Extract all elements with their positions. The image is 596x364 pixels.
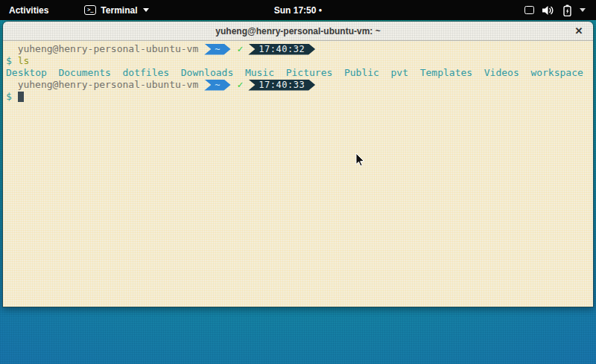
terminal-window: yuheng@henry-personal-ubuntu-vm: ~ ✕ yuh… — [2, 21, 594, 307]
activities-label: Activities — [9, 5, 48, 16]
app-menu-terminal[interactable]: >_ Terminal — [80, 0, 153, 20]
clock-button[interactable]: Sun 17:50 ● — [274, 5, 323, 16]
cwd-segment: ~ — [204, 80, 230, 91]
status-check-icon: ✓ — [238, 43, 244, 55]
chevron-down-icon — [143, 8, 149, 12]
mouse-cursor — [355, 153, 366, 167]
prompt-line-2: yuheng@henry-personal-ubuntu-vm ~ ✓ 17:4… — [6, 79, 590, 91]
prompt-user: yuheng@henry-personal-ubuntu-vm — [18, 79, 199, 91]
directory-item: workspace — [530, 67, 583, 79]
directory-item: Pictures — [286, 67, 333, 79]
window-titlebar[interactable]: yuheng@henry-personal-ubuntu-vm: ~ ✕ — [3, 22, 593, 41]
directory-item: Public — [344, 67, 379, 79]
time-label: 17:40:32 — [259, 43, 305, 55]
directory-item: Music — [245, 67, 274, 79]
prompt-symbol: $ — [6, 91, 12, 103]
top-bar: Activities >_ Terminal Sun 17:50 ● — [0, 0, 596, 20]
cwd-label: ~ — [215, 43, 220, 55]
directory-item: pvt — [391, 67, 408, 79]
directory-item: Templates — [420, 67, 472, 79]
terminal-icon: >_ — [84, 5, 96, 15]
directory-item: Videos — [484, 67, 519, 79]
terminal-cursor — [18, 92, 24, 102]
time-segment: 17:40:32 — [248, 44, 315, 55]
window-title: yuheng@henry-personal-ubuntu-vm: ~ — [215, 26, 380, 36]
prompt-line-1: yuheng@henry-personal-ubuntu-vm ~ ✓ 17:4… — [6, 43, 590, 55]
directory-item: Downloads — [181, 67, 233, 79]
status-check-icon: ✓ — [238, 79, 244, 91]
directory-item: Documents — [58, 67, 110, 79]
activities-button[interactable]: Activities — [0, 0, 57, 20]
prompt-user: yuheng@henry-personal-ubuntu-vm — [18, 43, 199, 55]
notification-dot: ● — [318, 7, 322, 13]
cwd-segment: ~ — [204, 44, 230, 55]
directory-item: Desktop — [6, 67, 47, 79]
close-button[interactable]: ✕ — [572, 25, 586, 38]
input-line: $ — [6, 91, 590, 103]
command-text: ls — [18, 55, 30, 67]
time-label: 17:40:33 — [259, 79, 305, 91]
chevron-down-icon — [580, 8, 586, 12]
prompt-symbol: $ — [6, 55, 12, 67]
system-status-area[interactable] — [514, 0, 596, 20]
battery-charging-icon — [563, 4, 571, 16]
time-segment: 17:40:33 — [248, 80, 315, 91]
directory-listing: Desktop Documents dotfiles Downloads Mus… — [6, 67, 590, 79]
clock-label: Sun 17:50 — [274, 5, 317, 16]
command-line: $ ls — [6, 55, 590, 67]
cwd-label: ~ — [215, 79, 220, 91]
terminal-content[interactable]: yuheng@henry-personal-ubuntu-vm ~ ✓ 17:4… — [3, 41, 593, 307]
app-menu-label: Terminal — [101, 5, 137, 16]
directory-item: dotfiles — [123, 67, 170, 79]
volume-icon — [542, 5, 555, 16]
display-icon — [524, 6, 534, 14]
